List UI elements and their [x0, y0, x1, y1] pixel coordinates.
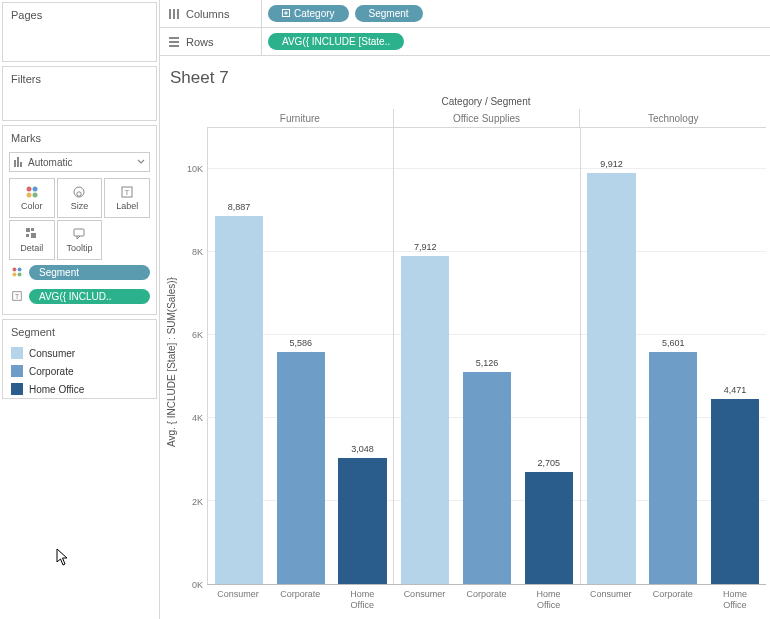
legend-label: Consumer: [29, 348, 75, 359]
marks-size-button[interactable]: Size: [57, 178, 103, 218]
svg-text:T: T: [15, 293, 20, 300]
bar[interactable]: 7,912: [401, 256, 449, 584]
filters-title: Filters: [3, 67, 156, 91]
bar-slot: 3,048: [332, 128, 394, 584]
chevron-down-icon: [137, 158, 145, 166]
svg-point-5: [26, 193, 31, 198]
svg-rect-12: [31, 228, 34, 231]
svg-rect-11: [26, 228, 30, 232]
bar[interactable]: 5,126: [463, 372, 511, 584]
x-tick[interactable]: Corporate: [269, 585, 331, 615]
x-tick[interactable]: Consumer: [393, 585, 455, 615]
svg-rect-22: [169, 9, 171, 19]
y-axis-label: Avg. { INCLUDE [State] : SUM(Sales)}: [164, 109, 179, 615]
x-tick[interactable]: Consumer: [207, 585, 269, 615]
svg-point-8: [77, 192, 81, 196]
svg-point-6: [32, 193, 37, 198]
svg-point-17: [18, 267, 22, 271]
y-tick: 8K: [192, 247, 203, 257]
marks-color-button[interactable]: Color: [9, 178, 55, 218]
bar[interactable]: 3,048: [338, 458, 386, 584]
bar-slot: 5,586: [270, 128, 332, 584]
svg-rect-13: [26, 234, 29, 237]
svg-rect-24: [177, 9, 179, 19]
pages-title: Pages: [3, 3, 156, 27]
svg-point-16: [12, 267, 16, 271]
x-tick[interactable]: HomeOffice: [704, 585, 766, 615]
svg-point-3: [26, 187, 31, 192]
y-tick: 2K: [192, 497, 203, 507]
bar-slot: 5,126: [456, 128, 518, 584]
bar[interactable]: 9,912: [587, 173, 635, 584]
svg-point-4: [32, 187, 37, 192]
marks-tooltip-button[interactable]: Tooltip: [57, 220, 103, 260]
bar-slot: 7,912: [394, 128, 456, 584]
bar[interactable]: 8,887: [215, 216, 263, 584]
pill-category[interactable]: Category: [268, 5, 349, 23]
x-tick[interactable]: Corporate: [642, 585, 704, 615]
bar-slot: 4,471: [704, 128, 766, 584]
category-group: 8,8875,5863,048: [207, 128, 393, 584]
svg-point-18: [12, 273, 16, 277]
columns-shelf[interactable]: Columns Category Segment: [160, 0, 770, 28]
legend-swatch: [11, 365, 23, 377]
bar-slot: 9,912: [581, 128, 643, 584]
svg-rect-1: [17, 157, 19, 167]
pages-shelf[interactable]: Pages: [2, 2, 157, 62]
bar[interactable]: 2,705: [525, 472, 573, 584]
bar-label: 5,601: [662, 338, 685, 348]
svg-rect-28: [169, 45, 179, 47]
svg-text:T: T: [125, 188, 130, 197]
marks-type-dropdown[interactable]: Automatic: [9, 152, 150, 172]
x-tick[interactable]: Corporate: [455, 585, 517, 615]
filters-shelf[interactable]: Filters: [2, 66, 157, 121]
bar[interactable]: 5,601: [649, 352, 697, 584]
label-icon: T: [120, 185, 134, 199]
x-category-group: ConsumerCorporateHomeOffice: [207, 585, 393, 615]
sheet-title[interactable]: Sheet 7: [164, 64, 766, 96]
marks-pill-segment-row[interactable]: Segment: [3, 260, 156, 284]
pill-rows-include[interactable]: AVG({ INCLUDE [State..: [268, 33, 404, 50]
y-tick: 0K: [192, 580, 203, 590]
category-header[interactable]: Furniture: [207, 109, 393, 127]
svg-point-19: [18, 273, 22, 277]
marks-detail-button[interactable]: Detail: [9, 220, 55, 260]
marks-title: Marks: [3, 126, 156, 150]
legend-title: Segment: [3, 320, 156, 344]
bar[interactable]: 5,586: [277, 352, 325, 584]
marks-pill-include-row[interactable]: T AVG({ INCLUD..: [3, 284, 156, 308]
x-tick[interactable]: HomeOffice: [518, 585, 580, 615]
pill-segment-col[interactable]: Segment: [355, 5, 423, 22]
chart-viewport: Sheet 7 Category / Segment Avg. { INCLUD…: [160, 56, 770, 619]
rows-label: Rows: [186, 36, 214, 48]
axis-title-top: Category / Segment: [206, 96, 766, 109]
bar-label: 4,471: [724, 385, 747, 395]
marks-label-button[interactable]: T Label: [104, 178, 150, 218]
columns-icon: [168, 8, 180, 20]
x-tick[interactable]: Consumer: [580, 585, 642, 615]
pill-segment[interactable]: Segment: [29, 265, 150, 280]
rows-shelf[interactable]: Rows AVG({ INCLUDE [State..: [160, 28, 770, 56]
plot-area[interactable]: 8,8875,5863,0487,9125,1262,7059,9125,601…: [207, 127, 766, 585]
pill-include[interactable]: AVG({ INCLUD..: [29, 289, 150, 304]
svg-rect-27: [169, 41, 179, 43]
bar[interactable]: 4,471: [711, 399, 759, 584]
category-header[interactable]: Technology: [579, 109, 766, 127]
marks-card: Marks Automatic Color Size T Label: [2, 125, 157, 315]
legend-item[interactable]: Corporate: [3, 362, 156, 380]
label-icon: T: [9, 288, 25, 304]
bar-slot: 2,705: [518, 128, 580, 584]
x-category-group: ConsumerCorporateHomeOffice: [580, 585, 766, 615]
category-group: 7,9125,1262,705: [393, 128, 579, 584]
detail-icon: [25, 227, 39, 241]
x-tick[interactable]: HomeOffice: [331, 585, 393, 615]
category-header[interactable]: Office Supplies: [393, 109, 580, 127]
y-tick: 10K: [187, 164, 203, 174]
x-axis-ticks: ConsumerCorporateHomeOfficeConsumerCorpo…: [207, 585, 766, 615]
size-icon: [72, 185, 86, 199]
bar-label: 7,912: [414, 242, 437, 252]
cursor-icon: [56, 548, 70, 566]
legend-item[interactable]: Home Office: [3, 380, 156, 398]
legend-item[interactable]: Consumer: [3, 344, 156, 362]
svg-rect-15: [74, 229, 84, 236]
